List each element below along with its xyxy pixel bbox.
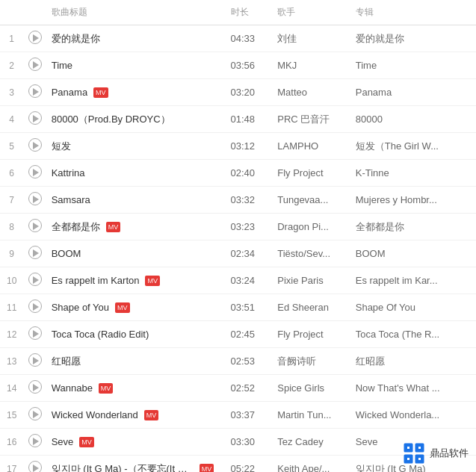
song-title[interactable]: Panama <box>52 87 87 98</box>
play-cell <box>23 240 46 267</box>
table-row: 8全都都是你MV03:23Dragon Pi...全都都是你 <box>0 214 476 240</box>
song-title[interactable]: Seve <box>52 436 74 447</box>
song-album[interactable]: 爱的就是你 <box>351 25 476 52</box>
song-title[interactable]: Shape of You <box>52 302 109 313</box>
song-title[interactable]: Es rappelt im Karton <box>52 275 140 286</box>
song-title[interactable]: Time <box>52 60 72 71</box>
play-button[interactable] <box>28 299 42 313</box>
song-album[interactable]: Panama <box>351 79 476 106</box>
song-title[interactable]: 잊지마 (It G Ma) -（不要忘(It G Ma)） <box>52 462 194 473</box>
song-album[interactable]: Time <box>351 52 476 79</box>
song-artist[interactable]: Tez Cadey <box>273 429 351 456</box>
song-title[interactable]: Wicked Wonderland <box>52 409 138 420</box>
play-cell <box>23 133 46 160</box>
song-title[interactable]: Toca Toca (Radio Edit) <box>52 329 149 340</box>
play-button[interactable] <box>28 58 42 71</box>
song-album[interactable]: Mujeres y Hombr... <box>351 187 476 214</box>
play-button[interactable] <box>28 326 42 340</box>
song-artist[interactable]: Spice Girls <box>273 375 351 402</box>
svg-rect-6 <box>407 458 409 460</box>
play-cell <box>23 267 46 294</box>
song-title-cell: WannabeMV <box>47 375 226 402</box>
mv-icon[interactable]: MV <box>115 302 130 313</box>
song-title-cell: Wicked WonderlandMV <box>47 402 226 429</box>
song-title[interactable]: 爱的就是你 <box>52 32 100 46</box>
play-button[interactable] <box>28 380 42 394</box>
play-button[interactable] <box>28 84 42 98</box>
col-artist-header: 歌手 <box>273 0 351 25</box>
song-album[interactable]: Es rappelt im Kar... <box>351 267 476 294</box>
table-row: 11Shape of YouMV03:51Ed SheeranShape Of … <box>0 294 476 321</box>
song-artist[interactable]: Dragon Pi... <box>273 214 351 240</box>
play-button[interactable] <box>28 353 42 367</box>
col-title-header: 歌曲标题 <box>47 0 226 25</box>
song-artist[interactable]: PRC 巴音汗 <box>273 106 351 133</box>
song-artist[interactable]: Ed Sheeran <box>273 294 351 321</box>
svg-rect-7 <box>418 458 421 460</box>
song-title[interactable]: 红昭愿 <box>52 355 81 368</box>
song-artist[interactable]: Martin Tun... <box>273 402 351 429</box>
song-artist[interactable]: Tungevaa... <box>273 187 351 214</box>
song-artist[interactable]: Fly Project <box>273 321 351 348</box>
play-button[interactable] <box>28 246 42 259</box>
mv-icon[interactable]: MV <box>145 276 160 286</box>
song-artist[interactable]: Fly Project <box>273 160 351 187</box>
song-album[interactable]: 短发（The Girl W... <box>351 133 476 160</box>
play-button[interactable] <box>28 111 42 125</box>
song-album[interactable]: Wicked Wonderla... <box>351 402 476 429</box>
mv-icon[interactable]: MV <box>200 464 214 473</box>
song-album[interactable]: 全都都是你 <box>351 214 476 240</box>
mv-icon[interactable]: MV <box>99 383 114 394</box>
svg-rect-4 <box>407 447 409 449</box>
song-number: 5 <box>0 133 23 160</box>
song-number: 9 <box>0 240 23 267</box>
song-artist[interactable]: Tiësto/Sev... <box>273 240 351 267</box>
table-row: 9BOOM02:34Tiësto/Sev...BOOM <box>0 240 476 267</box>
song-title[interactable]: Kattrina <box>52 167 85 178</box>
play-button[interactable] <box>28 165 42 178</box>
song-title[interactable]: BOOM <box>52 248 81 259</box>
song-title[interactable]: 80000（Prod.By DROYC） <box>52 113 170 126</box>
song-title[interactable]: Wannabe <box>52 382 93 394</box>
play-button[interactable] <box>28 138 42 152</box>
play-cell <box>23 429 46 456</box>
song-album[interactable]: 红昭愿 <box>351 348 476 375</box>
song-title[interactable]: 全都都是你 <box>52 220 100 234</box>
play-button[interactable] <box>28 434 42 447</box>
song-artist[interactable]: 刘佳 <box>273 25 351 52</box>
song-artist[interactable]: 音阙诗听 <box>273 348 351 375</box>
play-button[interactable] <box>28 219 42 232</box>
song-album[interactable]: Shape Of You <box>351 294 476 321</box>
mv-icon[interactable]: MV <box>106 222 121 232</box>
col-duration-header: 时长 <box>226 0 273 25</box>
song-title-cell: 80000（Prod.By DROYC） <box>47 106 226 133</box>
play-button[interactable] <box>28 192 42 205</box>
song-number: 11 <box>0 294 23 321</box>
song-artist[interactable]: Keith Ape/... <box>273 456 351 473</box>
play-button[interactable] <box>28 31 42 44</box>
song-duration: 02:52 <box>226 375 273 402</box>
song-album[interactable]: Now That's What ... <box>351 375 476 402</box>
play-button[interactable] <box>28 407 42 420</box>
play-button[interactable] <box>28 461 42 472</box>
play-button[interactable] <box>28 273 42 286</box>
mv-icon[interactable]: MV <box>144 410 159 420</box>
song-artist[interactable]: Pixie Paris <box>273 267 351 294</box>
mv-icon[interactable]: MV <box>79 437 94 447</box>
song-artist[interactable]: MKJ <box>273 52 351 79</box>
mv-icon[interactable]: MV <box>93 87 108 98</box>
song-duration: 03:23 <box>226 214 273 240</box>
song-album[interactable]: 80000 <box>351 106 476 133</box>
song-artist[interactable]: LAMPHO <box>273 133 351 160</box>
song-duration: 02:53 <box>226 348 273 375</box>
song-album[interactable]: BOOM <box>351 240 476 267</box>
song-number: 4 <box>0 106 23 133</box>
play-cell <box>23 348 46 375</box>
song-album[interactable]: K-Tinne <box>351 160 476 187</box>
song-album[interactable]: Toca Toca (The R... <box>351 321 476 348</box>
song-title-cell: 全都都是你MV <box>47 214 226 240</box>
play-cell <box>23 214 46 240</box>
song-title[interactable]: 短发 <box>52 140 71 153</box>
song-title[interactable]: Samsara <box>52 194 90 205</box>
song-artist[interactable]: Matteo <box>273 79 351 106</box>
